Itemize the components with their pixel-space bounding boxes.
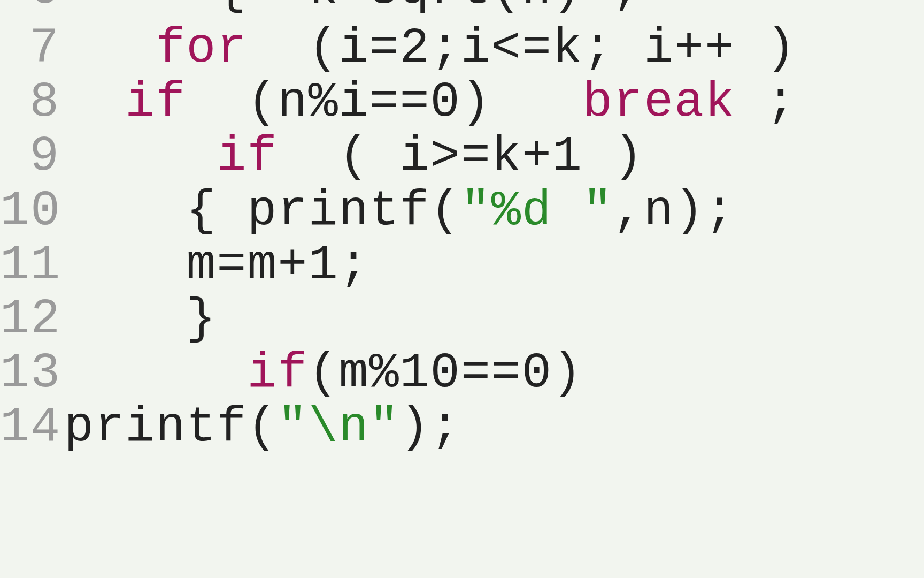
code-line[interactable]: 12 } [0, 292, 924, 346]
code-editor[interactable]: 6 { k sqrt(n) , 7 for (i=2;i<=k; i++ ) 8… [0, 0, 924, 455]
code-content: if(m%10==0) [64, 346, 583, 400]
code-line[interactable]: 7 for (i=2;i<=k; i++ ) [0, 21, 924, 75]
line-number: 14 [0, 400, 64, 454]
code-content: if ( i>=k+1 ) [64, 130, 644, 184]
code-line[interactable]: 14 printf("\n"); [0, 400, 924, 454]
line-number: 9 [0, 130, 64, 184]
code-content: { printf("%d ",n); [64, 184, 735, 238]
line-number: 10 [0, 184, 64, 238]
line-number: 12 [0, 292, 64, 346]
code-line[interactable]: 6 { k sqrt(n) , [0, 0, 924, 17]
line-number: 11 [0, 238, 64, 292]
code-content: m=m+1; [64, 238, 369, 292]
code-content: } [64, 292, 217, 346]
line-number: 7 [0, 21, 64, 75]
line-number: 13 [0, 346, 64, 400]
code-content: { k sqrt(n) , [64, 0, 644, 17]
code-content: if (n%i==0) break ; [64, 75, 796, 130]
code-line[interactable]: 13 if(m%10==0) [0, 346, 924, 400]
line-number: 8 [0, 75, 64, 130]
code-line[interactable]: 11 m=m+1; [0, 238, 924, 292]
code-content: printf("\n"); [64, 400, 461, 454]
code-line[interactable]: 9 if ( i>=k+1 ) [0, 130, 924, 184]
code-line[interactable]: 8 if (n%i==0) break ; [0, 75, 924, 130]
line-number: 6 [0, 0, 64, 17]
code-line[interactable]: 10 { printf("%d ",n); [0, 184, 924, 238]
code-content: for (i=2;i<=k; i++ ) [64, 21, 796, 75]
